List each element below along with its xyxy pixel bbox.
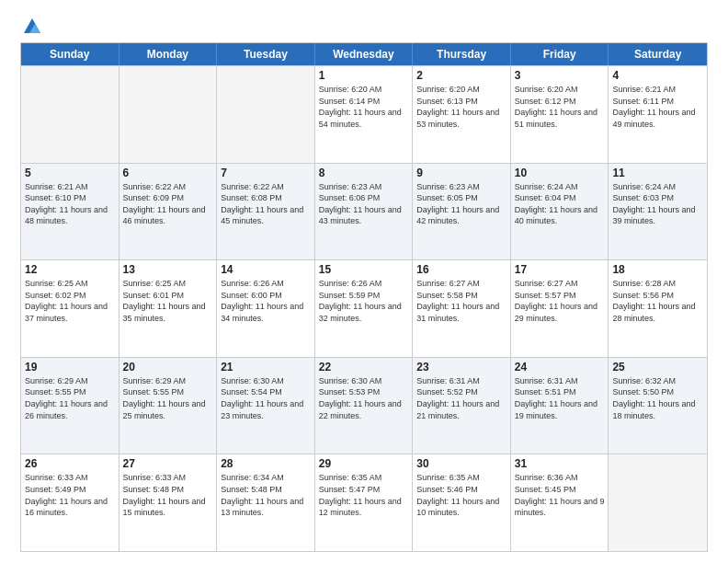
day-info: Sunrise: 6:24 AM Sunset: 6:04 PM Dayligh… <box>515 181 605 227</box>
day-number: 3 <box>515 69 605 82</box>
day-cell-16: 16Sunrise: 6:27 AM Sunset: 5:58 PM Dayli… <box>413 260 511 357</box>
day-info: Sunrise: 6:35 AM Sunset: 5:46 PM Dayligh… <box>416 472 506 518</box>
day-info: Sunrise: 6:23 AM Sunset: 6:05 PM Dayligh… <box>416 181 506 227</box>
day-info: Sunrise: 6:24 AM Sunset: 6:03 PM Dayligh… <box>612 181 703 227</box>
day-number: 27 <box>123 457 213 470</box>
day-number: 18 <box>612 263 703 276</box>
day-cell-10: 10Sunrise: 6:24 AM Sunset: 6:04 PM Dayli… <box>511 164 609 260</box>
empty-cell-0-0 <box>21 66 119 163</box>
calendar-row-2: 12Sunrise: 6:25 AM Sunset: 6:02 PM Dayli… <box>21 259 707 357</box>
day-cell-31: 31Sunrise: 6:36 AM Sunset: 5:45 PM Dayli… <box>511 454 609 551</box>
day-cell-9: 9Sunrise: 6:23 AM Sunset: 6:05 PM Daylig… <box>413 164 511 260</box>
day-number: 16 <box>416 263 506 276</box>
day-cell-19: 19Sunrise: 6:29 AM Sunset: 5:55 PM Dayli… <box>21 358 119 454</box>
empty-cell-0-2 <box>217 66 315 163</box>
day-number: 30 <box>416 457 506 470</box>
weekday-header-wednesday: Wednesday <box>315 43 414 65</box>
day-info: Sunrise: 6:36 AM Sunset: 5:45 PM Dayligh… <box>515 472 605 518</box>
day-cell-8: 8Sunrise: 6:23 AM Sunset: 6:06 PM Daylig… <box>315 164 414 260</box>
day-info: Sunrise: 6:33 AM Sunset: 5:48 PM Dayligh… <box>123 472 213 518</box>
day-number: 17 <box>515 263 605 276</box>
day-number: 23 <box>416 361 506 373</box>
day-info: Sunrise: 6:34 AM Sunset: 5:48 PM Dayligh… <box>221 472 311 518</box>
weekday-header-saturday: Saturday <box>609 43 707 65</box>
day-number: 26 <box>25 457 115 470</box>
day-info: Sunrise: 6:25 AM Sunset: 6:01 PM Dayligh… <box>123 278 213 324</box>
day-info: Sunrise: 6:29 AM Sunset: 5:55 PM Dayligh… <box>123 375 213 421</box>
day-info: Sunrise: 6:26 AM Sunset: 6:00 PM Dayligh… <box>221 278 311 324</box>
day-info: Sunrise: 6:21 AM Sunset: 6:11 PM Dayligh… <box>612 84 703 130</box>
day-number: 10 <box>515 167 605 179</box>
day-number: 1 <box>319 69 409 82</box>
day-info: Sunrise: 6:30 AM Sunset: 5:54 PM Dayligh… <box>221 375 311 421</box>
day-info: Sunrise: 6:32 AM Sunset: 5:50 PM Dayligh… <box>612 375 703 421</box>
day-info: Sunrise: 6:22 AM Sunset: 6:09 PM Dayligh… <box>123 181 213 227</box>
day-number: 8 <box>319 167 409 179</box>
weekday-header-monday: Monday <box>119 43 218 65</box>
day-info: Sunrise: 6:23 AM Sunset: 6:06 PM Dayligh… <box>319 181 409 227</box>
day-cell-23: 23Sunrise: 6:31 AM Sunset: 5:52 PM Dayli… <box>413 358 511 454</box>
day-cell-29: 29Sunrise: 6:35 AM Sunset: 5:47 PM Dayli… <box>315 454 414 551</box>
day-cell-3: 3Sunrise: 6:20 AM Sunset: 6:12 PM Daylig… <box>511 66 609 163</box>
calendar-body: 1Sunrise: 6:20 AM Sunset: 6:14 PM Daylig… <box>21 65 707 551</box>
day-cell-25: 25Sunrise: 6:32 AM Sunset: 5:50 PM Dayli… <box>609 358 707 454</box>
day-info: Sunrise: 6:21 AM Sunset: 6:10 PM Dayligh… <box>25 181 115 227</box>
weekday-header-friday: Friday <box>511 43 609 65</box>
day-number: 5 <box>25 167 115 179</box>
day-info: Sunrise: 6:28 AM Sunset: 5:56 PM Dayligh… <box>612 278 703 324</box>
day-info: Sunrise: 6:22 AM Sunset: 6:08 PM Dayligh… <box>221 181 311 227</box>
day-cell-26: 26Sunrise: 6:33 AM Sunset: 5:49 PM Dayli… <box>21 454 119 551</box>
day-number: 6 <box>123 167 213 179</box>
day-cell-1: 1Sunrise: 6:20 AM Sunset: 6:14 PM Daylig… <box>315 66 414 163</box>
day-info: Sunrise: 6:26 AM Sunset: 5:59 PM Dayligh… <box>319 278 409 324</box>
day-cell-2: 2Sunrise: 6:20 AM Sunset: 6:13 PM Daylig… <box>413 66 511 163</box>
day-number: 21 <box>221 361 311 373</box>
day-info: Sunrise: 6:29 AM Sunset: 5:55 PM Dayligh… <box>25 375 115 421</box>
day-cell-24: 24Sunrise: 6:31 AM Sunset: 5:51 PM Dayli… <box>511 358 609 454</box>
day-info: Sunrise: 6:31 AM Sunset: 5:51 PM Dayligh… <box>515 375 605 421</box>
day-cell-18: 18Sunrise: 6:28 AM Sunset: 5:56 PM Dayli… <box>609 260 707 357</box>
day-number: 2 <box>416 69 506 82</box>
day-info: Sunrise: 6:33 AM Sunset: 5:49 PM Dayligh… <box>25 472 115 518</box>
day-cell-12: 12Sunrise: 6:25 AM Sunset: 6:02 PM Dayli… <box>21 260 119 357</box>
day-cell-17: 17Sunrise: 6:27 AM Sunset: 5:57 PM Dayli… <box>511 260 609 357</box>
header <box>20 17 708 33</box>
day-cell-5: 5Sunrise: 6:21 AM Sunset: 6:10 PM Daylig… <box>21 164 119 260</box>
day-number: 11 <box>612 167 703 179</box>
logo <box>20 17 42 33</box>
day-number: 4 <box>612 69 703 82</box>
calendar-row-0: 1Sunrise: 6:20 AM Sunset: 6:14 PM Daylig… <box>21 65 707 163</box>
day-number: 24 <box>515 361 605 373</box>
logo-icon <box>22 17 42 33</box>
day-number: 22 <box>319 361 409 373</box>
day-cell-28: 28Sunrise: 6:34 AM Sunset: 5:48 PM Dayli… <box>217 454 315 551</box>
day-info: Sunrise: 6:27 AM Sunset: 5:57 PM Dayligh… <box>515 278 605 324</box>
day-number: 20 <box>123 361 213 373</box>
weekday-header-sunday: Sunday <box>21 43 119 65</box>
day-info: Sunrise: 6:31 AM Sunset: 5:52 PM Dayligh… <box>416 375 506 421</box>
day-cell-21: 21Sunrise: 6:30 AM Sunset: 5:54 PM Dayli… <box>217 358 315 454</box>
day-number: 9 <box>416 167 506 179</box>
calendar-header: SundayMondayTuesdayWednesdayThursdayFrid… <box>21 43 707 65</box>
day-cell-6: 6Sunrise: 6:22 AM Sunset: 6:09 PM Daylig… <box>119 164 218 260</box>
day-info: Sunrise: 6:35 AM Sunset: 5:47 PM Dayligh… <box>319 472 409 518</box>
day-number: 28 <box>221 457 311 470</box>
day-cell-22: 22Sunrise: 6:30 AM Sunset: 5:53 PM Dayli… <box>315 358 414 454</box>
calendar-row-3: 19Sunrise: 6:29 AM Sunset: 5:55 PM Dayli… <box>21 357 707 454</box>
day-number: 14 <box>221 263 311 276</box>
calendar-row-1: 5Sunrise: 6:21 AM Sunset: 6:10 PM Daylig… <box>21 163 707 260</box>
day-cell-11: 11Sunrise: 6:24 AM Sunset: 6:03 PM Dayli… <box>609 164 707 260</box>
day-number: 25 <box>612 361 703 373</box>
day-cell-27: 27Sunrise: 6:33 AM Sunset: 5:48 PM Dayli… <box>119 454 218 551</box>
day-info: Sunrise: 6:27 AM Sunset: 5:58 PM Dayligh… <box>416 278 506 324</box>
empty-cell-0-1 <box>119 66 218 163</box>
day-info: Sunrise: 6:30 AM Sunset: 5:53 PM Dayligh… <box>319 375 409 421</box>
day-cell-13: 13Sunrise: 6:25 AM Sunset: 6:01 PM Dayli… <box>119 260 218 357</box>
day-cell-4: 4Sunrise: 6:21 AM Sunset: 6:11 PM Daylig… <box>609 66 707 163</box>
empty-cell-4-6 <box>609 454 707 551</box>
day-cell-20: 20Sunrise: 6:29 AM Sunset: 5:55 PM Dayli… <box>119 358 218 454</box>
weekday-header-tuesday: Tuesday <box>217 43 315 65</box>
day-info: Sunrise: 6:25 AM Sunset: 6:02 PM Dayligh… <box>25 278 115 324</box>
day-number: 12 <box>25 263 115 276</box>
day-number: 31 <box>515 457 605 470</box>
